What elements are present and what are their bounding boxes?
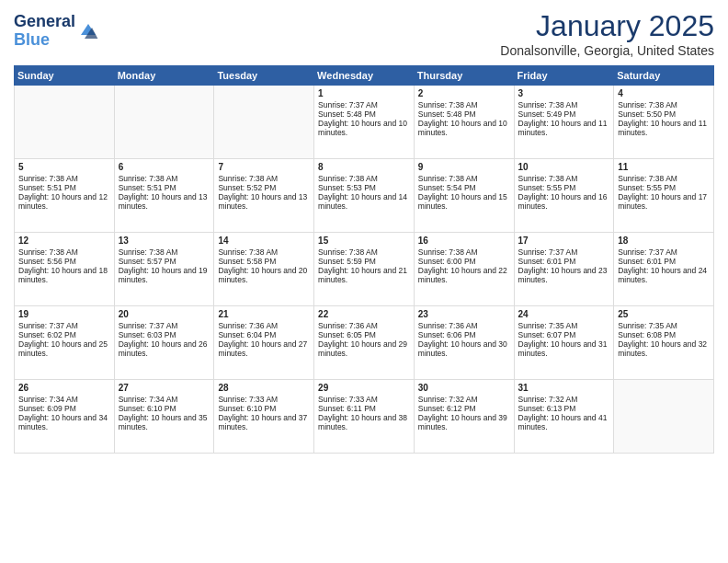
sunset-text: Sunset: 6:00 PM — [418, 257, 510, 266]
sunrise-text: Sunrise: 7:38 AM — [618, 100, 710, 109]
calendar-title: January 2025 — [500, 9, 714, 43]
daylight-text: Daylight: 10 hours and 10 minutes. — [418, 119, 510, 137]
daylight-text: Daylight: 10 hours and 37 minutes. — [218, 413, 310, 431]
sunrise-text: Sunrise: 7:33 AM — [318, 395, 410, 404]
sunrise-text: Sunrise: 7:36 AM — [418, 321, 510, 330]
sunset-text: Sunset: 5:57 PM — [119, 257, 210, 266]
sunset-text: Sunset: 6:01 PM — [618, 257, 710, 266]
calendar-cell: 4Sunrise: 7:38 AMSunset: 5:50 PMDaylight… — [614, 86, 714, 159]
day-number: 18 — [618, 236, 710, 246]
sunset-text: Sunset: 6:09 PM — [18, 404, 110, 413]
sunrise-text: Sunrise: 7:34 AM — [119, 395, 210, 404]
sunset-text: Sunset: 5:48 PM — [418, 109, 510, 119]
sunrise-text: Sunrise: 7:36 AM — [318, 321, 410, 330]
sunset-text: Sunset: 5:51 PM — [18, 183, 110, 192]
sunrise-text: Sunrise: 7:38 AM — [418, 247, 510, 257]
calendar-cell: 30Sunrise: 7:32 AMSunset: 6:12 PMDayligh… — [414, 380, 514, 454]
daylight-text: Daylight: 10 hours and 11 minutes. — [618, 119, 710, 137]
calendar-cell: 28Sunrise: 7:33 AMSunset: 6:10 PMDayligh… — [214, 380, 314, 454]
daylight-text: Daylight: 10 hours and 16 minutes. — [518, 192, 610, 211]
daylight-text: Daylight: 10 hours and 41 minutes. — [518, 413, 610, 431]
week-row-4: 19Sunrise: 7:37 AMSunset: 6:02 PMDayligh… — [15, 306, 714, 380]
daylight-text: Daylight: 10 hours and 38 minutes. — [318, 413, 410, 431]
sunrise-text: Sunrise: 7:37 AM — [518, 247, 610, 257]
daylight-text: Daylight: 10 hours and 13 minutes. — [119, 192, 210, 211]
sunrise-text: Sunrise: 7:35 AM — [618, 321, 710, 330]
day-number: 21 — [218, 309, 310, 319]
day-number: 30 — [418, 383, 510, 393]
day-header-thursday: Thursday — [414, 66, 514, 86]
sunset-text: Sunset: 6:01 PM — [518, 257, 610, 266]
week-row-1: 1Sunrise: 7:37 AMSunset: 5:48 PMDaylight… — [15, 86, 714, 159]
daylight-text: Daylight: 10 hours and 23 minutes. — [518, 266, 610, 284]
day-header-saturday: Saturday — [614, 66, 714, 86]
sunset-text: Sunset: 6:11 PM — [318, 404, 410, 413]
daylight-text: Daylight: 10 hours and 14 minutes. — [318, 192, 410, 211]
calendar-cell: 7Sunrise: 7:38 AMSunset: 5:52 PMDaylight… — [214, 159, 314, 233]
day-number: 9 — [418, 162, 510, 172]
calendar-cell: 19Sunrise: 7:37 AMSunset: 6:02 PMDayligh… — [15, 306, 115, 380]
day-number: 29 — [318, 383, 410, 393]
day-header-tuesday: Tuesday — [214, 66, 314, 86]
daylight-text: Daylight: 10 hours and 12 minutes. — [18, 192, 110, 211]
day-number: 3 — [518, 88, 610, 98]
sunrise-text: Sunrise: 7:37 AM — [618, 247, 710, 257]
calendar-cell: 8Sunrise: 7:38 AMSunset: 5:53 PMDaylight… — [314, 159, 415, 233]
calendar-cell — [114, 86, 214, 159]
daylight-text: Daylight: 10 hours and 25 minutes. — [18, 339, 110, 358]
daylight-text: Daylight: 10 hours and 17 minutes. — [618, 192, 710, 211]
sunset-text: Sunset: 5:50 PM — [618, 109, 710, 119]
sunrise-text: Sunrise: 7:38 AM — [318, 247, 410, 257]
calendar-cell: 13Sunrise: 7:38 AMSunset: 5:57 PMDayligh… — [114, 233, 214, 306]
day-number: 11 — [618, 162, 710, 172]
sunrise-text: Sunrise: 7:38 AM — [18, 247, 110, 257]
day-number: 27 — [119, 383, 210, 393]
daylight-text: Daylight: 10 hours and 13 minutes. — [218, 192, 310, 211]
calendar-cell: 2Sunrise: 7:38 AMSunset: 5:48 PMDaylight… — [414, 86, 514, 159]
calendar-cell: 25Sunrise: 7:35 AMSunset: 6:08 PMDayligh… — [614, 306, 714, 380]
calendar-cell: 3Sunrise: 7:38 AMSunset: 5:49 PMDaylight… — [514, 86, 614, 159]
day-number: 10 — [518, 162, 610, 172]
sunset-text: Sunset: 6:13 PM — [518, 404, 610, 413]
sunrise-text: Sunrise: 7:38 AM — [518, 174, 610, 183]
sunrise-text: Sunrise: 7:38 AM — [218, 174, 310, 183]
sunset-text: Sunset: 6:10 PM — [218, 404, 310, 413]
calendar-subtitle: Donalsonville, Georgia, United States — [500, 43, 714, 58]
day-number: 17 — [518, 236, 610, 246]
sunset-text: Sunset: 5:54 PM — [418, 183, 510, 192]
day-number: 20 — [119, 309, 210, 319]
daylight-text: Daylight: 10 hours and 11 minutes. — [518, 119, 610, 137]
sunset-text: Sunset: 6:06 PM — [418, 330, 510, 339]
day-header-wednesday: Wednesday — [314, 66, 415, 86]
sunrise-text: Sunrise: 7:34 AM — [18, 395, 110, 404]
sunset-text: Sunset: 6:07 PM — [518, 330, 610, 339]
sunset-text: Sunset: 5:55 PM — [518, 183, 610, 192]
calendar-cell: 6Sunrise: 7:38 AMSunset: 5:51 PMDaylight… — [114, 159, 214, 233]
calendar-cell: 5Sunrise: 7:38 AMSunset: 5:51 PMDaylight… — [15, 159, 115, 233]
logo: General Blue — [14, 13, 99, 50]
logo-content: General Blue — [14, 13, 99, 50]
daylight-text: Daylight: 10 hours and 22 minutes. — [418, 266, 510, 284]
sunset-text: Sunset: 6:10 PM — [119, 404, 210, 413]
day-number: 5 — [18, 162, 110, 172]
day-number: 23 — [418, 309, 510, 319]
sunset-text: Sunset: 6:04 PM — [218, 330, 310, 339]
sunrise-text: Sunrise: 7:38 AM — [518, 100, 610, 109]
day-number: 24 — [518, 309, 610, 319]
sunrise-text: Sunrise: 7:33 AM — [218, 395, 310, 404]
sunset-text: Sunset: 5:52 PM — [218, 183, 310, 192]
day-header-sunday: Sunday — [15, 66, 115, 86]
daylight-text: Daylight: 10 hours and 24 minutes. — [618, 266, 710, 284]
sunrise-text: Sunrise: 7:35 AM — [518, 321, 610, 330]
sunrise-text: Sunrise: 7:38 AM — [418, 174, 510, 183]
days-header-row: SundayMondayTuesdayWednesdayThursdayFrid… — [15, 66, 714, 86]
sunset-text: Sunset: 5:55 PM — [618, 183, 710, 192]
calendar-cell: 27Sunrise: 7:34 AMSunset: 6:10 PMDayligh… — [114, 380, 214, 454]
calendar-cell: 23Sunrise: 7:36 AMSunset: 6:06 PMDayligh… — [414, 306, 514, 380]
day-number: 15 — [318, 236, 410, 246]
day-number: 16 — [418, 236, 510, 246]
daylight-text: Daylight: 10 hours and 19 minutes. — [119, 266, 210, 284]
calendar-cell: 18Sunrise: 7:37 AMSunset: 6:01 PMDayligh… — [614, 233, 714, 306]
calendar-cell: 11Sunrise: 7:38 AMSunset: 5:55 PMDayligh… — [614, 159, 714, 233]
calendar-cell: 1Sunrise: 7:37 AMSunset: 5:48 PMDaylight… — [314, 86, 415, 159]
